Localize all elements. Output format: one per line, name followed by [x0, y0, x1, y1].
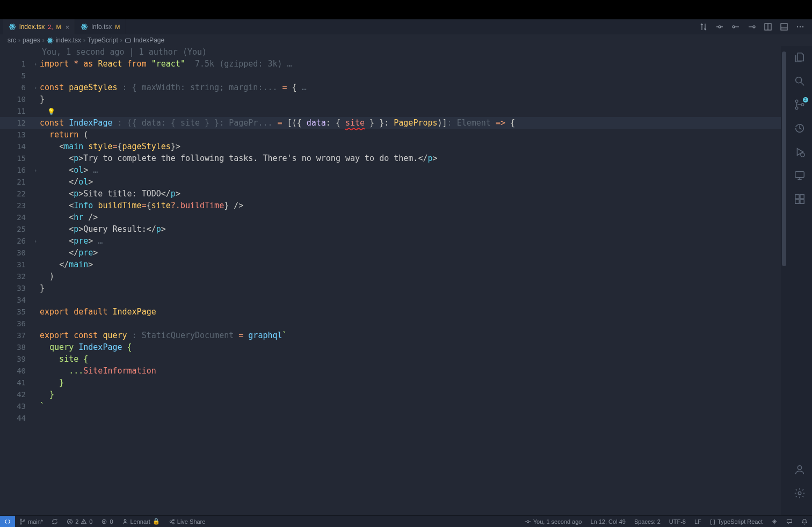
- code-line[interactable]: 26› <pre> …: [0, 235, 787, 247]
- status-feedback[interactable]: [782, 516, 797, 527]
- code-line[interactable]: 30 </pre>: [0, 247, 787, 259]
- breadcrumb-item[interactable]: TypeScript: [88, 36, 118, 44]
- status-liveshare[interactable]: Live Share: [164, 516, 210, 527]
- code-content[interactable]: <pre> …: [40, 236, 787, 246]
- code-content[interactable]: <ol> …: [40, 165, 787, 175]
- code-content[interactable]: const IndexPage : ({ data: { site } }: P…: [40, 118, 787, 128]
- status-encoding[interactable]: UTF-8: [665, 516, 690, 527]
- code-editor[interactable]: You, 1 second ago | 1 author (You) 1›imp…: [0, 46, 787, 515]
- remote-explorer-icon[interactable]: [794, 170, 806, 181]
- split-editor-icon[interactable]: [764, 23, 772, 31]
- code-line[interactable]: 13 return (: [0, 129, 787, 141]
- more-icon[interactable]: [796, 23, 804, 31]
- code-content[interactable]: <Info buildTime={site?.buildTime} />: [40, 201, 787, 210]
- breadcrumb-item[interactable]: src: [8, 36, 16, 44]
- code-line[interactable]: 16› <ol> …: [0, 164, 787, 176]
- fold-chevron-icon[interactable]: ›: [31, 61, 40, 68]
- code-content[interactable]: export default IndexPage: [40, 307, 787, 317]
- code-content[interactable]: </ol>: [40, 177, 787, 187]
- tab-info-tsx[interactable]: info.tsx M: [75, 19, 126, 34]
- go-back-icon[interactable]: [715, 23, 724, 31]
- close-icon[interactable]: ×: [66, 23, 70, 31]
- code-line[interactable]: 5: [0, 70, 787, 82]
- source-control-icon[interactable]: 2: [794, 99, 806, 111]
- go-forward-icon[interactable]: [731, 23, 740, 31]
- code-line[interactable]: 22 <p>Site title: TODO</p>: [0, 188, 787, 200]
- status-spaces[interactable]: Spaces: 2: [630, 516, 665, 527]
- code-content[interactable]: <p>Query Result:</p>: [40, 224, 787, 234]
- code-content[interactable]: `: [40, 401, 787, 411]
- status-ports[interactable]: 0: [97, 516, 117, 527]
- compare-changes-icon[interactable]: [699, 23, 708, 31]
- remote-indicator[interactable]: [0, 516, 15, 527]
- run-debug-icon[interactable]: [794, 146, 806, 158]
- files-icon[interactable]: [794, 52, 806, 63]
- fold-chevron-icon[interactable]: ›: [31, 84, 40, 91]
- code-line[interactable]: 32 ): [0, 270, 787, 282]
- status-blame[interactable]: You, 1 second ago: [520, 516, 586, 527]
- code-content[interactable]: <p>Try to complete the following tasks. …: [40, 153, 787, 163]
- code-content[interactable]: <hr />: [40, 213, 787, 222]
- code-content[interactable]: import * as React from "react" 7.5k (gzi…: [40, 59, 787, 69]
- minimap[interactable]: [781, 46, 787, 515]
- code-content[interactable]: }: [40, 94, 787, 104]
- code-line[interactable]: 23 <Info buildTime={site?.buildTime} />: [0, 200, 787, 211]
- status-sync[interactable]: [47, 516, 62, 527]
- breadcrumb-item[interactable]: index.tsx: [56, 36, 81, 44]
- code-line[interactable]: 36: [0, 318, 787, 330]
- breadcrumb[interactable]: src › pages › index.tsx › TypeScript › I…: [0, 34, 812, 46]
- code-line[interactable]: 35export default IndexPage: [0, 306, 787, 318]
- code-line[interactable]: 44: [0, 412, 787, 424]
- code-content[interactable]: query IndexPage {: [40, 342, 787, 352]
- code-line[interactable]: 33}: [0, 282, 787, 294]
- code-line[interactable]: 39 site {: [0, 353, 787, 365]
- code-line[interactable]: 25 <p>Query Result:</p>: [0, 223, 787, 235]
- code-content[interactable]: ): [40, 272, 787, 281]
- code-line[interactable]: 31 </main>: [0, 259, 787, 270]
- code-content[interactable]: <p>Site title: TODO</p>: [40, 189, 787, 199]
- code-content[interactable]: }: [40, 378, 787, 387]
- code-content[interactable]: </pre>: [40, 248, 787, 258]
- code-content[interactable]: 💡: [40, 106, 787, 116]
- code-line[interactable]: 6›const pageStyles : { maxWidth: string;…: [0, 82, 787, 93]
- code-line[interactable]: 11 💡: [0, 105, 787, 117]
- breadcrumb-item[interactable]: IndexPage: [134, 36, 164, 44]
- code-line[interactable]: 14 <main style={pageStyles}>: [0, 141, 787, 152]
- status-bell[interactable]: [797, 516, 812, 527]
- code-content[interactable]: }: [40, 390, 787, 399]
- code-content[interactable]: }: [40, 283, 787, 293]
- code-content[interactable]: ...SiteInformation: [40, 366, 787, 376]
- code-content[interactable]: export const query : StaticQueryDocument…: [40, 331, 787, 340]
- code-content[interactable]: <main style={pageStyles}>: [40, 142, 787, 151]
- run-icon[interactable]: [748, 23, 756, 31]
- breadcrumb-item[interactable]: pages: [23, 36, 40, 44]
- status-prettier[interactable]: [767, 516, 782, 527]
- gear-icon[interactable]: [794, 487, 806, 499]
- code-line[interactable]: 43`: [0, 400, 787, 412]
- scrollbar-thumb[interactable]: [782, 52, 786, 266]
- code-line[interactable]: 1›import * as React from "react" 7.5k (g…: [0, 58, 787, 70]
- code-line[interactable]: 21 </ol>: [0, 176, 787, 188]
- fold-chevron-icon[interactable]: ›: [31, 167, 40, 174]
- extensions-icon[interactable]: [794, 193, 806, 205]
- tab-index-tsx[interactable]: index.tsx 2, M ×: [3, 19, 75, 34]
- code-line[interactable]: 24 <hr />: [0, 211, 787, 223]
- code-line[interactable]: 38 query IndexPage {: [0, 341, 787, 353]
- code-line[interactable]: 12const IndexPage : ({ data: { site } }:…: [0, 117, 787, 129]
- code-line[interactable]: 10}: [0, 93, 787, 105]
- timeline-icon[interactable]: [794, 122, 806, 134]
- status-language[interactable]: { } TypeScript React: [706, 516, 767, 527]
- code-content[interactable]: return (: [40, 130, 787, 140]
- status-cursor[interactable]: Ln 12, Col 49: [586, 516, 629, 527]
- code-content[interactable]: const pageStyles : { maxWidth: string; m…: [40, 83, 787, 92]
- code-content[interactable]: site {: [40, 354, 787, 364]
- status-user[interactable]: Lennart 🔒: [118, 516, 164, 527]
- status-branch[interactable]: main*: [15, 516, 47, 527]
- code-line[interactable]: 15 <p>Try to complete the following task…: [0, 152, 787, 164]
- code-line[interactable]: 37export const query : StaticQueryDocume…: [0, 330, 787, 341]
- code-content[interactable]: </main>: [40, 260, 787, 269]
- code-content[interactable]: [40, 71, 787, 80]
- account-icon[interactable]: [794, 464, 806, 475]
- fold-chevron-icon[interactable]: ›: [31, 238, 40, 245]
- status-eol[interactable]: LF: [690, 516, 706, 527]
